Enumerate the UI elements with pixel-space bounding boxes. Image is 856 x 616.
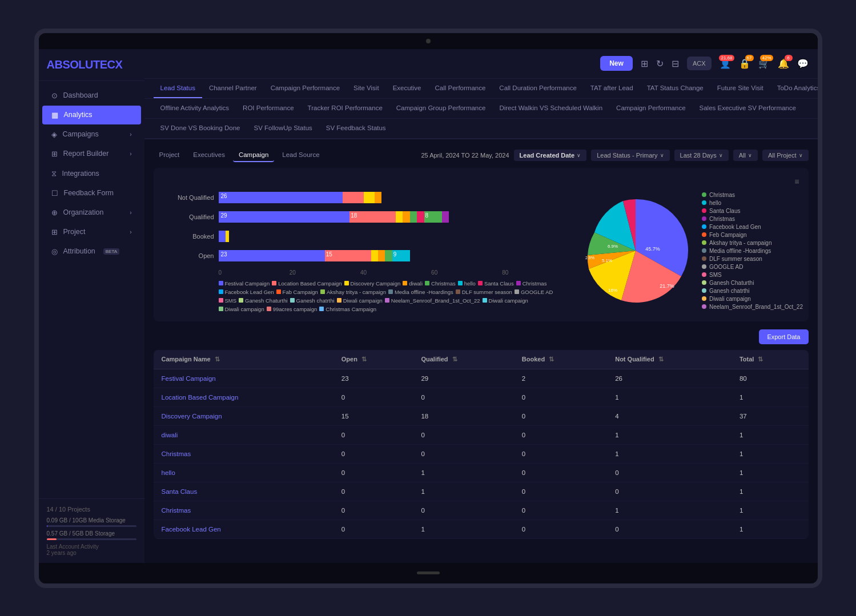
lock-icon[interactable]: 🔒 67 bbox=[739, 58, 750, 69]
all-filter[interactable]: All ∨ bbox=[733, 150, 758, 161]
tab-tat-after-lead[interactable]: TAT after Lead bbox=[584, 79, 640, 98]
view-toggle-icon[interactable]: ⊞ bbox=[641, 58, 648, 69]
pie-legend-item: Diwali campaign bbox=[702, 296, 803, 302]
legend-item: Santa Claus bbox=[478, 280, 514, 287]
pie-legend-item: Ganesh chatrthi bbox=[702, 288, 803, 294]
feedback-icon: ☐ bbox=[51, 189, 58, 198]
sidebar-item-feedback-form[interactable]: ☐ Feedback Form bbox=[42, 184, 141, 203]
sidebar-item-campaigns[interactable]: ◈ Campaigns › bbox=[42, 125, 141, 144]
cell-open: 0 bbox=[333, 463, 413, 482]
refresh-icon[interactable]: ↻ bbox=[656, 58, 664, 69]
bar-chart-area: Not Qualified 26 bbox=[163, 192, 573, 312]
tab-lead-status[interactable]: Lead Status bbox=[154, 79, 202, 98]
cell-not-qualified: 1 bbox=[607, 444, 732, 463]
tab-sv-done[interactable]: SV Done VS Booking Done bbox=[154, 119, 247, 138]
last-activity-label: Last Account Activity bbox=[47, 543, 136, 550]
pie-legend-item: GOOGLE AD bbox=[702, 264, 803, 270]
bar-row-open: Open 23 15 bbox=[163, 250, 573, 261]
cell-total: 1 bbox=[732, 444, 809, 463]
legend-item: Christmas bbox=[516, 280, 547, 287]
svg-text:5.1%: 5.1% bbox=[602, 258, 612, 263]
home-indicator[interactable] bbox=[417, 571, 440, 574]
cell-not-qualified: 1 bbox=[607, 501, 732, 520]
pie-legend-item: Media offline -Hoardings bbox=[702, 248, 803, 254]
cell-qualified: 0 bbox=[413, 388, 513, 406]
new-button[interactable]: New bbox=[600, 56, 633, 71]
sub-tab-lead-source[interactable]: Lead Source bbox=[276, 148, 325, 162]
table-row: diwali 0 0 0 1 1 bbox=[154, 425, 809, 444]
tab-sv-followup[interactable]: SV FollowUp Status bbox=[247, 119, 319, 138]
tab-campaign-group[interactable]: Campaign Group Performance bbox=[389, 99, 493, 118]
org-icon: ⊕ bbox=[51, 208, 58, 217]
cell-name: Facebook Lead Gen bbox=[154, 520, 333, 538]
pie-legend-item: Ganesh Chaturthi bbox=[702, 280, 803, 286]
col-open[interactable]: Open ⇅ bbox=[333, 350, 413, 369]
col-not-qualified[interactable]: Not Qualified ⇅ bbox=[607, 350, 732, 369]
date-field-filter[interactable]: Lead Created Date ∨ bbox=[514, 150, 587, 161]
legend-item: 99acres campaign bbox=[267, 306, 318, 312]
sidebar-item-dashboard[interactable]: ⊙ Dashboard bbox=[42, 86, 141, 105]
tab-roi-performance[interactable]: ROI Performance bbox=[236, 99, 300, 118]
tab-tracker-roi[interactable]: Tracker ROI Performance bbox=[301, 99, 389, 118]
sidebar-item-attribution[interactable]: ◎ Attribution BETA bbox=[42, 242, 141, 261]
svg-text:2.9%: 2.9% bbox=[585, 256, 594, 260]
sidebar-item-analytics[interactable]: ▦ Analytics bbox=[42, 106, 141, 124]
menu-icon[interactable]: ≡ bbox=[794, 177, 799, 186]
sub-tab-executives[interactable]: Executives bbox=[187, 148, 231, 162]
cell-total: 1 bbox=[732, 501, 809, 520]
cell-name: Festival Campaign bbox=[154, 369, 333, 388]
tab-campaign-perf-cp[interactable]: Campaign Performance bbox=[609, 99, 692, 118]
chat-icon[interactable]: 💬 bbox=[797, 58, 809, 69]
col-qualified[interactable]: Qualified ⇅ bbox=[413, 350, 513, 369]
acx-button[interactable]: ACX bbox=[687, 57, 712, 70]
tab-sales-executive-sv[interactable]: Sales Executive SV Performance bbox=[693, 99, 803, 118]
chevron-right-icon: › bbox=[130, 131, 131, 138]
pie-legend-item: Christmas bbox=[702, 192, 803, 198]
tab-site-visit[interactable]: Site Visit bbox=[347, 79, 386, 98]
bell-icon[interactable]: 🔔 6 bbox=[778, 58, 789, 69]
project-filter[interactable]: All Project ∨ bbox=[762, 150, 809, 161]
col-campaign-name[interactable]: Campaign Name ⇅ bbox=[154, 350, 333, 369]
tab-channel-partner[interactable]: Channel Partner bbox=[202, 79, 264, 98]
tab-call-duration[interactable]: Call Duration Performance bbox=[492, 79, 584, 98]
period-filter[interactable]: Last 28 Days ∨ bbox=[674, 150, 729, 161]
grid-icon[interactable]: ⊟ bbox=[672, 58, 679, 69]
svg-text:21.7%: 21.7% bbox=[660, 283, 674, 289]
tab-offline-activity[interactable]: Offline Activity Analytics bbox=[154, 99, 236, 118]
chevron-down-icon: ∨ bbox=[799, 152, 803, 158]
col-booked[interactable]: Booked ⇅ bbox=[514, 350, 607, 369]
user-icon[interactable]: 👤 21,68 bbox=[720, 58, 731, 69]
tab-future-site-visit[interactable]: Future Site Visit bbox=[710, 79, 770, 98]
tab-campaign-performance[interactable]: Campaign Performance bbox=[264, 79, 347, 98]
cart-icon[interactable]: 🛒 42% bbox=[758, 58, 770, 69]
tab-direct-walkin[interactable]: Direct Walkin VS Scheduled Walkin bbox=[492, 99, 609, 118]
main-content: New ⊞ ↻ ⊟ ACX 👤 21,68 🔒 67 🛒 4 bbox=[144, 49, 818, 563]
export-button[interactable]: Export Data bbox=[759, 329, 808, 344]
lead-status-filter[interactable]: Lead Status - Primary ∨ bbox=[591, 150, 669, 161]
cell-name: diwali bbox=[154, 425, 333, 444]
cell-booked: 2 bbox=[514, 369, 607, 388]
pie-chart-area: 45.7% 21.7% 16% 6.9% 5.1% 2.9% Christmas… bbox=[582, 192, 799, 312]
tab-tat-status[interactable]: TAT Status Change bbox=[640, 79, 710, 98]
sidebar-item-organization[interactable]: ⊕ Organization › bbox=[42, 203, 141, 222]
cell-booked: 0 bbox=[514, 388, 607, 406]
content-area: ProjectExecutivesCampaignLead Source 25 … bbox=[144, 139, 818, 563]
table-header: Campaign Name ⇅ Open ⇅ Qualified ⇅ Booke… bbox=[154, 350, 809, 369]
tab-sv-feedback[interactable]: SV Feedback Status bbox=[319, 119, 393, 138]
cell-name: Christmas bbox=[154, 501, 333, 520]
sub-tab-campaign[interactable]: Campaign bbox=[233, 148, 274, 162]
sub-tabs: ProjectExecutivesCampaignLead Source bbox=[154, 148, 325, 162]
tab-executive[interactable]: Executive bbox=[386, 79, 428, 98]
sidebar-item-project[interactable]: ⊞ Project › bbox=[42, 223, 141, 241]
pie-legend-item: Christmas bbox=[702, 216, 803, 222]
sidebar-item-report-builder[interactable]: ⊞ Report Builder › bbox=[42, 144, 141, 163]
last-activity-time: 2 years ago bbox=[47, 550, 136, 556]
sub-tab-project[interactable]: Project bbox=[154, 148, 186, 162]
bell-badge: 6 bbox=[785, 55, 793, 61]
col-total[interactable]: Total ⇅ bbox=[732, 350, 809, 369]
tab-call-performance[interactable]: Call Performance bbox=[428, 79, 492, 98]
sidebar-item-integrations[interactable]: ⧖ Integrations bbox=[42, 164, 141, 183]
date-range: 25 April, 2024 TO 22 May, 2024 bbox=[421, 152, 509, 159]
tab-todo-analytics[interactable]: ToDo Analytics bbox=[770, 79, 818, 98]
cell-name: Christmas bbox=[154, 444, 333, 463]
